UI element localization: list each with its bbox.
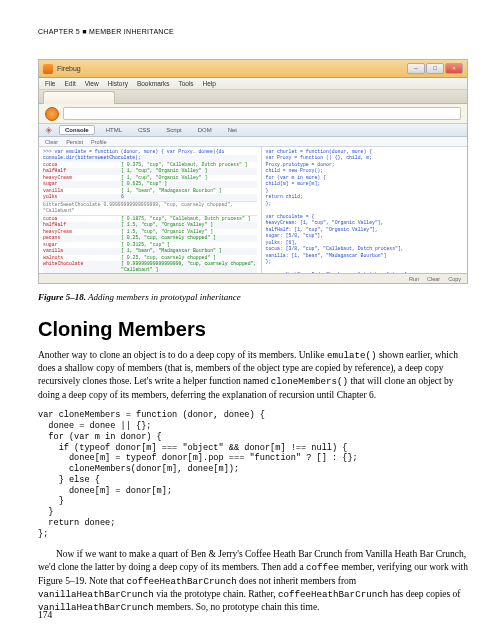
menu-view[interactable]: View <box>85 80 99 87</box>
chapter-title: MEMBER INHERITANCE <box>89 28 174 35</box>
chapter-prefix: CHAPTER 5 <box>38 28 80 35</box>
mid-line: bitterSweetChocolate 0.99999999999999999… <box>43 201 257 216</box>
p1-a: Another way to clone an object is to do … <box>38 350 327 360</box>
console-body: >>> var emulate = function (donor, more)… <box>39 147 467 273</box>
firebug-screenshot: Firebug – □ × File Edit View History Boo… <box>38 59 468 284</box>
status-bar: Run Clear Copy <box>39 273 467 283</box>
p2-e: has deep copies of <box>388 589 460 599</box>
code-vhbc1: vanillaHeathBarCrunch <box>38 589 154 600</box>
console-subtabs: Clear Persist Profile <box>39 137 467 147</box>
subtab-profile[interactable]: Profile <box>91 139 107 145</box>
menu-bar: File Edit View History Bookmarks Tools H… <box>39 78 467 90</box>
menu-edit[interactable]: Edit <box>64 80 75 87</box>
toolbar-row <box>39 104 467 124</box>
p2-d: via the prototype chain. Rather, <box>154 589 278 599</box>
code-clonemembers: cloneMembers() <box>271 376 348 387</box>
paragraph-2: Now if we want to make a quart of Ben & … <box>38 548 468 615</box>
tab-html[interactable]: HTML <box>101 126 127 134</box>
page-number: 174 <box>38 610 52 620</box>
minimize-button[interactable]: – <box>407 63 425 74</box>
menu-bookmarks[interactable]: Bookmarks <box>137 80 170 87</box>
figure-text: Adding members in prototypal inheritance <box>88 292 241 302</box>
figure-label: Figure 5–18. <box>38 292 86 302</box>
code-coffee: coffee <box>306 562 339 573</box>
subtab-persist[interactable]: Persist <box>66 139 83 145</box>
window-title: Firebug <box>57 65 403 72</box>
output-row: whiteChocolate[ 0.99999999999999999, "cu… <box>43 261 257 273</box>
section-heading: Cloning Members <box>38 318 468 341</box>
menu-file[interactable]: File <box>45 80 55 87</box>
code-vhbc2: vanillaHeathBarCrunch <box>38 602 154 613</box>
firebug-icon[interactable] <box>45 107 59 121</box>
firefox-icon <box>43 64 53 74</box>
code-chbc2: coffeeHeathBarCrunch <box>278 589 388 600</box>
tab-css[interactable]: CSS <box>133 126 155 134</box>
p2-f: members. So, no prototype chain this tim… <box>154 602 320 612</box>
tab-net[interactable]: Net <box>223 126 242 134</box>
header-separator: ■ <box>82 28 87 35</box>
status-copy[interactable]: Copy <box>448 276 461 282</box>
window-buttons: – □ × <box>407 63 463 74</box>
menu-tools[interactable]: Tools <box>178 80 193 87</box>
figure-caption: Figure 5–18. Adding members in prototypa… <box>38 292 468 302</box>
subtab-clear[interactable]: Clear <box>45 139 58 145</box>
menu-help[interactable]: Help <box>203 80 216 87</box>
paragraph-1: Another way to clone an object is to do … <box>38 349 468 401</box>
status-clear[interactable]: Clear <box>427 276 440 282</box>
close-button[interactable]: × <box>445 63 463 74</box>
maximize-button[interactable]: □ <box>426 63 444 74</box>
menu-history[interactable]: History <box>108 80 128 87</box>
chapter-header: CHAPTER 5 ■ MEMBER INHERITANCE <box>38 28 468 35</box>
url-bar[interactable] <box>63 107 461 120</box>
code-block: var cloneMembers = function (donor, done… <box>38 410 468 539</box>
code-chbc1: coffeeHeathBarCrunch <box>126 576 236 587</box>
console-input-right[interactable]: var churlet = function(donor, more) { va… <box>262 147 467 273</box>
browser-tab-strip <box>39 90 467 104</box>
console-tabs: 🞛 Console HTML CSS Script DOM Net <box>39 124 467 137</box>
window-titlebar: Firebug – □ × <box>39 60 467 78</box>
tab-console[interactable]: Console <box>59 125 95 135</box>
inspect-icon[interactable]: 🞛 <box>45 126 53 135</box>
code-emulate: emulate() <box>327 350 377 361</box>
tab-script[interactable]: Script <box>161 126 186 134</box>
tab-dom[interactable]: DOM <box>193 126 217 134</box>
console-output-left: >>> var emulate = function (donor, more)… <box>39 147 262 273</box>
p2-c: does not inherit members from <box>237 576 357 586</box>
status-run[interactable]: Run <box>409 276 419 282</box>
